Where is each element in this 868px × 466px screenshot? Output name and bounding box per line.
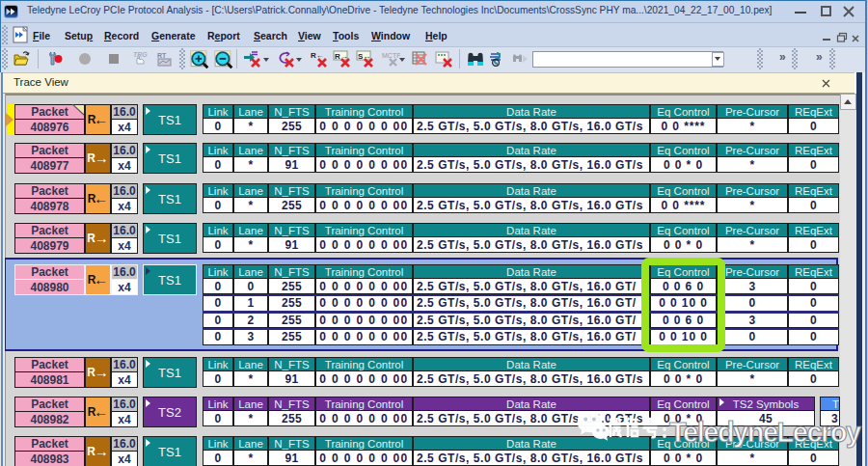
svg-text:R←: R← — [311, 51, 324, 60]
svg-text:RT: RT — [157, 52, 167, 59]
svg-text:MCTP: MCTP — [382, 52, 400, 59]
svg-text:TRG: TRG — [133, 51, 148, 58]
